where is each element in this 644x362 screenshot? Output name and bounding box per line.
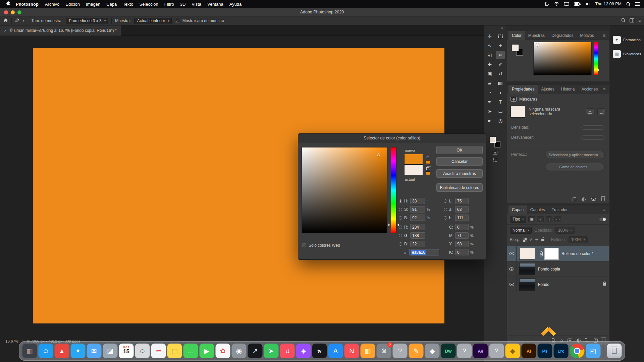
radio-a[interactable] <box>444 208 447 211</box>
workspace-menu-icon[interactable]: ≡ <box>638 18 641 23</box>
fill-field[interactable]: 100%▾ <box>569 236 588 243</box>
dock-photos[interactable]: ✿ <box>216 344 230 358</box>
layer-thumbnail[interactable] <box>519 248 535 260</box>
healing-brush-tool[interactable]: ✚ <box>485 60 494 68</box>
quick-selection-tool[interactable]: ✦ <box>496 42 505 50</box>
apple-menu-icon[interactable] <box>4 1 12 7</box>
dock-podcasts[interactable]: ◈ <box>296 344 311 358</box>
foreground-background-swatches[interactable] <box>490 137 500 147</box>
panel-menu-icon[interactable]: ≡ <box>603 87 607 92</box>
zoom-tool[interactable]: ◎ <box>496 117 505 125</box>
dock-contacts[interactable]: ☺ <box>135 344 150 358</box>
mask-thumbnail[interactable] <box>511 106 525 118</box>
ok-button[interactable]: OK <box>436 146 483 154</box>
mask-options-icon[interactable] <box>573 197 576 201</box>
eraser-tool[interactable]: ▰ <box>485 79 494 87</box>
dock-calendar[interactable]: OCT15 <box>119 344 134 358</box>
move-tool[interactable]: ✛ <box>485 32 494 40</box>
dock-pages[interactable]: ✎ <box>409 344 424 358</box>
crop-tool[interactable]: ◱ <box>485 51 494 59</box>
select-and-mask-button[interactable]: Seleccionar y aplicar máscara... <box>545 151 605 159</box>
radio-b[interactable] <box>399 216 402 220</box>
layer-visibility-toggle[interactable] <box>507 261 517 277</box>
dodge-tool[interactable]: ◖ <box>496 88 505 97</box>
screen-mode-icon[interactable] <box>493 158 497 162</box>
menu-ayuda[interactable]: Ayuda <box>226 2 245 7</box>
layer-row[interactable]: Fondo <box>507 277 609 292</box>
wifi-icon[interactable] <box>554 2 559 6</box>
menu-app-name[interactable]: Photoshop <box>12 2 42 7</box>
delete-icon[interactable] <box>601 197 605 201</box>
hue-slider[interactable] <box>391 147 396 233</box>
properties-tab-acciones[interactable]: Acciones <box>578 85 601 94</box>
eyedropper-tool[interactable]: ✑ <box>496 51 505 59</box>
field-input[interactable]: 71 <box>455 232 469 239</box>
dock-preview[interactable]: ◪ <box>103 344 118 358</box>
current-color-swatch[interactable] <box>404 165 423 175</box>
workspace-layout-icon[interactable] <box>630 18 634 23</box>
color-panel-hue-slider[interactable] <box>594 42 598 75</box>
gamut-swatch[interactable] <box>426 160 430 164</box>
layer-row[interactable]: Fondo copia <box>507 261 609 277</box>
mask-link-icon[interactable] <box>539 251 543 256</box>
dock-photoshop[interactable]: Ps <box>538 344 552 358</box>
menu-texto[interactable]: Texto <box>120 2 136 7</box>
path-selection-tool[interactable]: ➤ <box>485 107 494 115</box>
add-vector-mask-button[interactable] <box>597 108 605 115</box>
properties-tab-ajustes[interactable]: Ajustes <box>538 85 557 94</box>
field-input[interactable]: 63 <box>455 206 469 213</box>
radio-l[interactable] <box>444 199 447 203</box>
dock-unknown-3[interactable]: ? <box>489 344 504 358</box>
field-input[interactable]: 111 <box>455 215 469 221</box>
layer-name[interactable]: Fondo copia <box>538 267 560 272</box>
dock-chrome[interactable] <box>570 344 585 358</box>
clone-stamp-tool[interactable]: ▣ <box>485 70 494 78</box>
layer-name[interactable]: Fondo <box>538 282 549 287</box>
window-zoom-button[interactable] <box>17 10 21 14</box>
gamut-warning[interactable]: ⚠ <box>426 155 430 164</box>
libraries-panel-tab[interactable]: ▥ Bibliotecas <box>610 47 644 61</box>
radio-r[interactable] <box>399 226 402 229</box>
radio-h[interactable] <box>399 199 402 203</box>
color-panel-gradient[interactable] <box>533 42 592 75</box>
field-input[interactable]: 92 <box>410 215 425 221</box>
dock-launchpad[interactable]: ▦ <box>22 344 37 358</box>
radio-b[interactable] <box>444 216 447 220</box>
visibility-eye-icon[interactable] <box>591 198 596 201</box>
density-slider[interactable] <box>581 125 605 130</box>
saturation-brightness-field[interactable] <box>302 147 387 233</box>
learn-panel-tab[interactable]: ✦ Formación <box>610 33 644 47</box>
dock-image-viewer[interactable]: ◰ <box>586 344 601 358</box>
hue-slider-arrow-icon[interactable] <box>598 69 600 71</box>
spotlight-icon[interactable] <box>626 2 631 6</box>
layers-tab-trazados[interactable]: Trazados <box>548 205 572 214</box>
field-input[interactable]: 0 <box>455 249 469 255</box>
filter-type-layers-icon[interactable]: T <box>546 216 552 222</box>
filter-adjustment-layers-icon[interactable]: ◐ <box>537 216 544 222</box>
dock-maps[interactable]: ➤ <box>264 344 279 358</box>
warning-icon[interactable]: ⚠ <box>426 155 430 159</box>
dock-messages[interactable]: … <box>183 344 198 358</box>
dock-unknown-1[interactable]: ? <box>393 344 408 358</box>
dock-tv[interactable]: tv <box>312 344 327 358</box>
quick-mask-icon[interactable] <box>493 151 497 155</box>
dock-photo-booth[interactable]: ◉ <box>232 344 247 358</box>
web-color-cube-icon[interactable] <box>426 167 429 170</box>
color-libraries-button[interactable]: Bibliotecas de colores <box>436 183 483 192</box>
layer-visibility-toggle[interactable] <box>507 246 517 261</box>
dock-safari[interactable]: ✦ <box>71 344 86 358</box>
menu-clock[interactable]: Thu 12:08 PM <box>595 2 622 6</box>
dock-finder[interactable]: ☺ <box>39 344 53 358</box>
cancel-button[interactable]: Cancelar <box>436 157 483 166</box>
lock-position-icon[interactable]: ✛ <box>535 237 539 242</box>
dock-mail[interactable]: ✉ <box>87 344 102 358</box>
dock-settings[interactable]: ☸2 <box>377 344 391 358</box>
dock-sketch[interactable]: ◆ <box>505 344 520 358</box>
menu-ventana[interactable]: Ventana <box>204 2 226 7</box>
sample-select[interactable]: Actual e inferior▾ <box>134 18 172 24</box>
document-tab[interactable]: × © siman militar–876.dng al 16.7% (Fond… <box>0 25 121 36</box>
dock-notes[interactable]: ▤ <box>167 344 182 358</box>
dock-trash[interactable] <box>607 344 622 358</box>
zoom-level[interactable]: 16.67% <box>5 339 18 343</box>
dock-facetime[interactable]: ▶ <box>200 344 214 358</box>
